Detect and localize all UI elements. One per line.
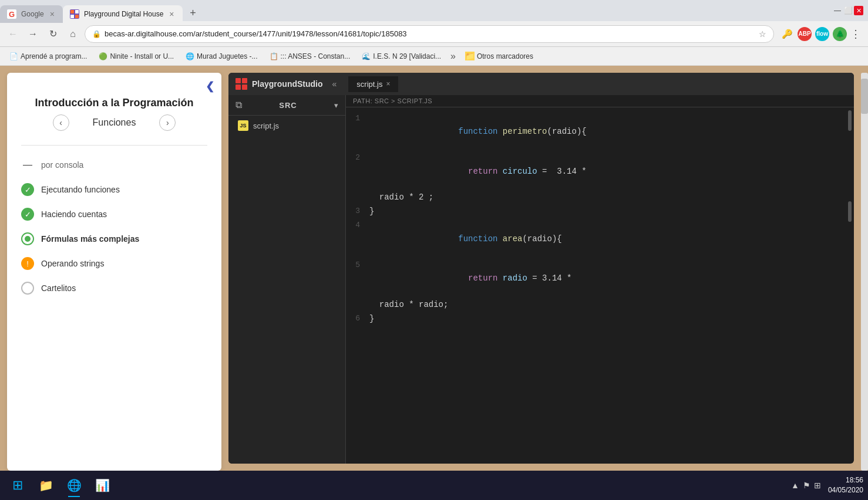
course-title: Introducción a la Programación xyxy=(21,96,207,110)
folder-icon: 📁 xyxy=(465,52,475,60)
bookmark-anses[interactable]: 📋 ::: ANSES - Constan... xyxy=(265,50,355,62)
bookmark-murad[interactable]: 🌐 Murad Juguetes -... xyxy=(181,50,262,62)
prev-section-button[interactable]: ‹ xyxy=(53,114,69,131)
sidebar-collapse-button[interactable]: ❮ xyxy=(206,80,214,93)
abp-extension[interactable]: ABP xyxy=(798,27,812,41)
forward-button[interactable]: → xyxy=(25,26,41,42)
window-controls: — ⬜ ✕ xyxy=(833,0,868,21)
home-button[interactable]: ⌂ xyxy=(65,26,81,42)
mini-scrollbar-2 xyxy=(848,201,852,222)
browser-menu-button[interactable]: ⋮ xyxy=(850,28,861,40)
main-content: ❮ Introducción a la Programación ‹ Funci… xyxy=(0,66,868,471)
svg-rect-1 xyxy=(75,10,79,13)
code-line-5: 5 return radio = 3.14 * xyxy=(346,259,854,298)
dh-cell-2 xyxy=(242,78,247,83)
taskbar-excel[interactable]: 📊 xyxy=(89,472,115,498)
file-item-scriptjs[interactable]: JS script.js xyxy=(228,116,345,136)
copy-icon[interactable]: ⧉ xyxy=(235,100,242,110)
bookmark-aprendé[interactable]: 📄 Aprendé a program... xyxy=(5,50,92,62)
address-input[interactable]: 🔒 becas-ar.digitalhouse.com/ar/student_c… xyxy=(85,25,774,43)
lesson-icon-por-consola: — xyxy=(21,158,34,171)
list-item[interactable]: ✓ Haciendo cuentas xyxy=(7,202,221,227)
next-section-button[interactable]: › xyxy=(159,114,176,131)
tab-dh-label: Playground Digital House xyxy=(84,10,163,18)
flow-extension[interactable]: flow xyxy=(815,27,829,41)
title-bar: G Google × Playground Digital House × + xyxy=(0,0,868,21)
windows-logo-icon: ⊞ xyxy=(12,478,23,493)
lesson-label-formulas: Fórmulas más complejas xyxy=(41,234,139,244)
list-item[interactable]: Fórmulas más complejas xyxy=(7,227,221,251)
tab-google[interactable]: G Google × xyxy=(0,5,63,23)
new-tab-button[interactable]: + xyxy=(185,5,201,21)
bookmark-star-icon[interactable]: ☆ xyxy=(759,29,766,39)
bookmark-favicon-2: 🟢 xyxy=(99,52,107,60)
tray-arrow-icon[interactable]: ▲ xyxy=(791,481,799,490)
svg-rect-0 xyxy=(70,10,74,13)
sidebar: ❮ Introducción a la Programación ‹ Funci… xyxy=(7,73,221,471)
chrome-icon: 🌐 xyxy=(67,478,82,492)
page-scrollbar[interactable] xyxy=(861,73,868,471)
editor-tab-label: script.js xyxy=(356,80,382,89)
browser-window: G Google × Playground Digital House × + xyxy=(0,0,868,500)
back-button[interactable]: ← xyxy=(5,26,21,42)
close-button[interactable]: ✕ xyxy=(854,6,863,15)
code-line-1: 1 function perimetro(radio){ xyxy=(346,112,854,151)
lesson-label-haciendo: Haciendo cuentas xyxy=(41,209,107,219)
tab-dh[interactable]: Playground Digital House × xyxy=(63,5,183,23)
section-label: Funciones xyxy=(93,117,136,128)
list-item[interactable]: — por consola xyxy=(7,153,221,177)
editor-titlebar: PlaygroundStudio « script.js × xyxy=(228,73,854,95)
bookmark-folder[interactable]: 📁 Otros marcadores xyxy=(460,50,538,62)
code-line-2: 2 return circulo = 3.14 * xyxy=(346,151,854,191)
taskbar-chrome[interactable]: 🌐 xyxy=(61,472,87,498)
editor-area: PlaygroundStudio « script.js × xyxy=(221,66,861,471)
bookmarks-bar: 📄 Aprendé a program... 🟢 Ninite - Instal… xyxy=(0,47,868,66)
dh-grid-icon xyxy=(235,78,247,90)
list-item[interactable]: ! Operando strings xyxy=(7,251,221,276)
maximize-button[interactable]: ⬜ xyxy=(843,6,853,15)
lesson-label-por-consola: por consola xyxy=(41,160,83,170)
tree-extension[interactable]: 🌲 xyxy=(833,27,847,41)
key-icon[interactable]: 🔑 xyxy=(780,27,794,41)
dh-cell-3 xyxy=(235,85,241,90)
line-code-5: return radio = 3.14 * xyxy=(369,259,854,298)
line-num-1: 1 xyxy=(346,112,369,125)
editor-app-name: PlaygroundStudio xyxy=(252,79,323,89)
taskbar-clock[interactable]: 18:56 04/05/2020 xyxy=(828,475,863,495)
list-item[interactable]: Cartelitos xyxy=(7,276,221,300)
code-content[interactable]: 1 function perimetro(radio){ 2 return ci… xyxy=(346,107,854,464)
bookmark-favicon-4: 📋 xyxy=(270,52,278,60)
editor-body: ⧉ SRC ▾ JS script.js PATH: SRC > SCRIPT.… xyxy=(228,95,854,464)
bookmark-favicon-3: 🌐 xyxy=(186,52,194,60)
tab-google-close[interactable]: × xyxy=(49,8,56,20)
bookmark-favicon-1: 📄 xyxy=(9,52,18,60)
editor-collapse-button[interactable]: « xyxy=(332,79,337,89)
line-code-3: } xyxy=(369,205,854,218)
dh-cell-1 xyxy=(235,78,241,83)
start-button[interactable]: ⊞ xyxy=(5,472,31,498)
lesson-list: — por consola ✓ Ejecutando funciones ✓ H… xyxy=(7,146,221,308)
bookmark-label-2: Ninite - Install or U... xyxy=(110,52,174,60)
file-panel-arrow-icon[interactable]: ▾ xyxy=(334,101,338,110)
bookmark-ninite[interactable]: 🟢 Ninite - Install or U... xyxy=(94,50,179,62)
bookmark-ies[interactable]: 🌊 I.E.S. N 29 [Validaci... xyxy=(357,50,446,62)
line-code-2: return circulo = 3.14 * xyxy=(369,151,854,191)
line-code-5b: radio * radio; xyxy=(369,298,854,311)
bookmark-label-4: ::: ANSES - Constan... xyxy=(281,52,351,60)
lock-icon: 🔒 xyxy=(92,30,101,38)
tray-flag-icon[interactable]: ⚑ xyxy=(803,481,810,490)
editor-tab-scriptjs[interactable]: script.js × xyxy=(348,76,398,92)
tab-dh-close[interactable]: × xyxy=(168,8,175,20)
lesson-label-ejecutando: Ejecutando funciones xyxy=(41,184,120,195)
lesson-icon-formulas xyxy=(21,232,34,245)
editor-tab-close[interactable]: × xyxy=(386,80,390,88)
system-tray: ▲ ⚑ ⊞ xyxy=(786,481,826,490)
scrollbar-thumb xyxy=(861,79,868,114)
minimize-button[interactable]: — xyxy=(833,6,842,15)
list-item[interactable]: ✓ Ejecutando funciones xyxy=(7,177,221,202)
bookmarks-more-button[interactable]: » xyxy=(448,51,458,62)
tray-network-icon[interactable]: ⊞ xyxy=(814,481,821,490)
line-num-3: 3 xyxy=(346,205,369,218)
taskbar-explorer[interactable]: 📁 xyxy=(33,472,59,498)
reload-button[interactable]: ↻ xyxy=(45,26,61,42)
